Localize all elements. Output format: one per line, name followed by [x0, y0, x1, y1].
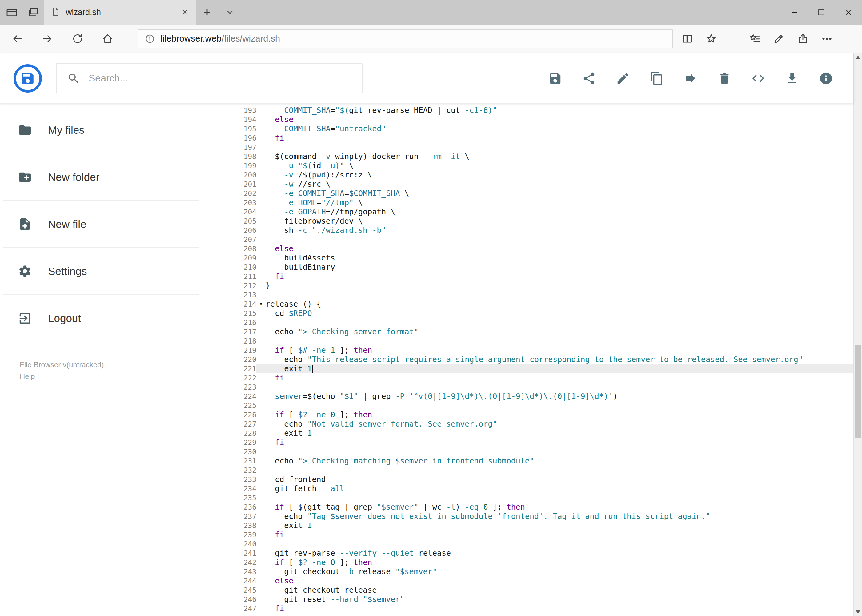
- code-line[interactable]: 230: [222, 447, 862, 456]
- browser-tab[interactable]: wizard.sh: [44, 0, 196, 25]
- code-line[interactable]: 200 -v /$(pwd):/src:z \: [222, 170, 862, 179]
- code-line[interactable]: 231 echo "> Checking matching $semver in…: [222, 456, 862, 466]
- code-line[interactable]: 227 echo "Not valid semver format. See s…: [222, 420, 862, 429]
- share-button[interactable]: [582, 71, 596, 85]
- minimize-button[interactable]: [781, 0, 808, 25]
- search-input[interactable]: [89, 72, 341, 84]
- delete-button[interactable]: [717, 71, 731, 85]
- code-line[interactable]: 224 semver=$(echo "$1" | grep -P '^v(0|[…: [222, 392, 862, 401]
- code-line[interactable]: 235: [222, 493, 862, 503]
- page-scrollbar[interactable]: [853, 53, 862, 616]
- move-button[interactable]: [684, 71, 698, 85]
- code-line[interactable]: 218: [222, 336, 862, 346]
- code-line[interactable]: 214▾release () {: [222, 300, 862, 309]
- code-line[interactable]: 239 fi: [222, 530, 862, 539]
- web-note-pen-icon[interactable]: [768, 28, 790, 50]
- source-code-button[interactable]: [751, 71, 765, 85]
- code-line[interactable]: 245 git checkout release: [222, 586, 862, 595]
- code-line[interactable]: 225: [222, 401, 862, 410]
- code-line[interactable]: 243 git checkout -b release "$semver": [222, 567, 862, 576]
- line-number: 217: [222, 327, 256, 336]
- info-button[interactable]: [819, 71, 833, 85]
- scrollbar-thumb[interactable]: [855, 346, 861, 438]
- copy-button[interactable]: [650, 71, 664, 85]
- hub-favorites-icon[interactable]: [744, 28, 766, 50]
- code-line[interactable]: 198 $(command -v winpty) docker run --rm…: [222, 152, 862, 161]
- reading-view-icon[interactable]: [676, 28, 698, 50]
- code-line[interactable]: 241 git rev-parse --verify --quiet relea…: [222, 548, 862, 558]
- forward-icon[interactable]: [36, 28, 58, 50]
- code-line[interactable]: 238 exit 1: [222, 521, 862, 530]
- fold-arrow-icon[interactable]: ▾: [256, 300, 266, 309]
- code-line[interactable]: 201 -w //src \: [222, 179, 862, 189]
- code-line[interactable]: 207: [222, 235, 862, 244]
- code-editor[interactable]: 193 COMMIT_SHA="$(git rev-parse HEAD | c…: [222, 103, 862, 616]
- address-bar[interactable]: filebrowser.web/files/wizard.sh: [138, 29, 673, 48]
- code-line[interactable]: 247 fi: [222, 604, 862, 613]
- code-line[interactable]: 220 echo "This release script requires a…: [222, 355, 862, 364]
- sidebar-item-logout[interactable]: Logout: [0, 295, 222, 342]
- new-tab-button[interactable]: [196, 0, 219, 25]
- tab-preview-toggle-icon[interactable]: [6, 6, 18, 19]
- code-line[interactable]: 209 buildAssets: [222, 253, 862, 262]
- code-line[interactable]: 233 cd frontend: [222, 475, 862, 484]
- code-line[interactable]: 215 cd $REPO: [222, 309, 862, 318]
- code-line[interactable]: 242 if [ $? -ne 0 ]; then: [222, 558, 862, 567]
- search-box[interactable]: [56, 63, 362, 93]
- save-button[interactable]: [548, 71, 562, 85]
- code-line[interactable]: 197: [222, 143, 862, 152]
- sidebar-item-settings[interactable]: Settings: [0, 248, 222, 295]
- more-options-icon[interactable]: [816, 28, 838, 50]
- code-line[interactable]: 204 -e GOPATH=//tmp/gopath \: [222, 207, 862, 217]
- home-icon[interactable]: [97, 28, 119, 50]
- code-line[interactable]: 210 buildBinary: [222, 262, 862, 272]
- code-line[interactable]: 237 echo "Tag $semver does not exist in …: [222, 512, 862, 521]
- code-line[interactable]: 234 git fetch --all: [222, 484, 862, 493]
- code-line[interactable]: 232: [222, 466, 862, 475]
- back-icon[interactable]: [6, 28, 28, 50]
- code-line[interactable]: 195 COMMIT_SHA="untracked": [222, 124, 862, 134]
- code-line[interactable]: 208 else: [222, 244, 862, 253]
- code-line[interactable]: 229 fi: [222, 438, 862, 447]
- code-line[interactable]: 246 git reset --hard "$semver": [222, 595, 862, 604]
- code-line[interactable]: 240: [222, 539, 862, 548]
- code-line[interactable]: 228 exit 1: [222, 429, 862, 438]
- code-line[interactable]: 202 -e COMMIT_SHA=$COMMIT_SHA \: [222, 189, 862, 198]
- code-line[interactable]: 211 fi: [222, 272, 862, 281]
- share-page-icon[interactable]: [792, 28, 814, 50]
- code-line[interactable]: 219 if [ $# -ne 1 ]; then: [222, 346, 862, 355]
- code-line[interactable]: 194 else: [222, 115, 862, 124]
- sidebar-item-new-folder[interactable]: New folder: [0, 154, 222, 201]
- code-line[interactable]: 196 fi: [222, 134, 862, 143]
- code-line[interactable]: 213: [222, 290, 862, 300]
- code-line[interactable]: 193 COMMIT_SHA="$(git rev-parse HEAD | c…: [222, 106, 862, 115]
- code-line[interactable]: 236 if [ $(git tag | grep "$semver" | wc…: [222, 503, 862, 512]
- sidebar-item-new-file[interactable]: New file: [0, 201, 222, 248]
- code-line[interactable]: 203 -e HOME="//tmp" \: [222, 198, 862, 207]
- code-line[interactable]: 216: [222, 318, 862, 327]
- code-line[interactable]: 212}: [222, 281, 862, 290]
- refresh-icon[interactable]: [66, 28, 89, 50]
- code-line[interactable]: 221 exit 1: [222, 364, 862, 373]
- close-window-button[interactable]: [835, 0, 862, 25]
- tab-list-chevron-icon[interactable]: [219, 0, 241, 25]
- code-line[interactable]: 206 sh -c "./wizard.sh -b": [222, 226, 862, 235]
- code-line[interactable]: 217 echo "> Checking semver format": [222, 327, 862, 336]
- set-tabs-aside-icon[interactable]: [27, 6, 39, 19]
- sidebar-item-my-files[interactable]: My files: [0, 107, 222, 154]
- rename-button[interactable]: [616, 71, 630, 85]
- maximize-button[interactable]: [808, 0, 835, 25]
- code-line[interactable]: 199 -u "$(id -u)" \: [222, 161, 862, 170]
- fold-gutter: [256, 272, 266, 281]
- code-line[interactable]: 222 fi: [222, 373, 862, 383]
- code-line[interactable]: 223: [222, 383, 862, 392]
- scroll-down-arrow-icon[interactable]: [856, 610, 860, 614]
- code-line[interactable]: 205 filebrowser/dev \: [222, 217, 862, 226]
- download-button[interactable]: [785, 71, 799, 85]
- code-line[interactable]: 226 if [ $? -ne 0 ]; then: [222, 410, 862, 420]
- scroll-up-arrow-icon[interactable]: [856, 56, 860, 59]
- code-line[interactable]: 244 else: [222, 576, 862, 586]
- help-link[interactable]: Help: [20, 371, 222, 382]
- tab-close-icon[interactable]: [181, 8, 189, 16]
- favorite-star-icon[interactable]: [700, 28, 722, 50]
